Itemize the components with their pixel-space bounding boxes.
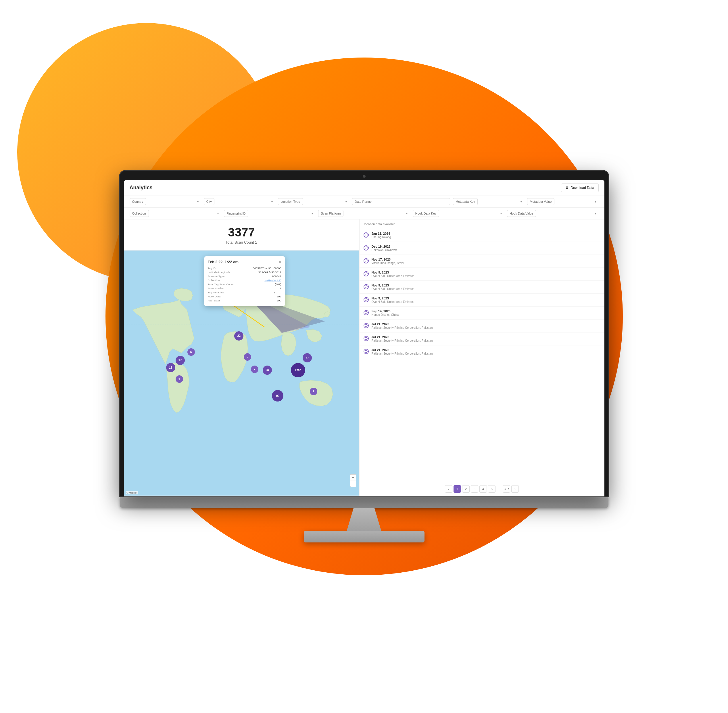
check-icon-1 [365, 246, 368, 249]
svg-point-14 [365, 324, 367, 327]
metadata-key-filter-wrapper: Metadata Key [453, 198, 524, 205]
filter-row-1: Country City Location Type Metadata [124, 196, 604, 208]
zoom-out-button[interactable]: − [350, 480, 356, 487]
timeline-date-7: Jul 21, 2023 [372, 322, 600, 326]
monitor-stand-base [304, 531, 424, 543]
timeline-location-8: Pakistan Security Printing Corporation, … [372, 339, 600, 342]
main-content: 3377 Total Scan Count Σ [124, 219, 604, 495]
svg-point-16 [365, 350, 367, 353]
timeline-date-0: Jan 11, 2024 [372, 232, 600, 235]
timeline-check-8 [363, 336, 369, 341]
fingerprint-filter-wrapper: Fingerprint ID [224, 210, 315, 217]
cluster-c4[interactable]: 1 [176, 375, 183, 383]
popup-key-5: Scan Number [208, 287, 225, 290]
monitor-bezel: Analytics ⬇ Download Data Country City [120, 171, 609, 497]
popup-key-1: Latitude/Longitude [208, 271, 230, 274]
metadata-key-filter[interactable]: Metadata Key [453, 198, 478, 205]
popup-key-7: Hook Data [208, 295, 221, 298]
scan-count-box: 3377 Total Scan Count Σ [124, 219, 359, 251]
location-type-filter-wrapper: Location Type [278, 198, 349, 205]
pagination-page-5[interactable]: 5 [488, 485, 496, 493]
date-range-filter[interactable] [352, 198, 450, 205]
timeline-info-6: Sep 14, 2023 Nanao District, China [372, 309, 600, 316]
timeline-location-5: Oye-N Balu United Arab Emirates [372, 300, 600, 303]
popup-key-3: Collection [208, 279, 220, 282]
timeline-date-9: Jul 21, 2023 [372, 348, 600, 352]
popup-key-2: Scanner Type [208, 274, 225, 278]
country-filter-wrapper: Country [130, 198, 201, 205]
list-item: Dec 19, 2023 Unknown, Unknown [360, 242, 604, 255]
popup-key-4: Total Tag Scan Count [208, 283, 234, 286]
country-filter[interactable]: Country [130, 198, 146, 205]
timeline-date-6: Sep 14, 2023 [372, 309, 600, 313]
timeline-location-6: Nanao District, China [372, 313, 600, 316]
timeline-info-4: Nov 9, 2023 Oye-N Balu United Arab Emira… [372, 283, 600, 291]
hook-data-key-filter-wrapper: Hook Data Key [413, 210, 504, 217]
cluster-c2[interactable]: 17 [176, 356, 185, 365]
pagination-ellipsis: ... [497, 487, 502, 491]
metadata-value-filter[interactable]: Metadata Value [527, 198, 554, 205]
timeline-check-2 [363, 258, 369, 264]
popup-row-0: Tag ID 00357B7bad93...00000 [208, 267, 281, 270]
list-item: Nov 9, 2023 Oye-N Balu United Arab Emira… [360, 281, 604, 294]
timeline-info-9: Jul 21, 2023 Pakistan Security Printing … [372, 348, 600, 355]
hook-data-key-filter[interactable]: Hook Data Key [413, 210, 439, 217]
timeline-date-1: Dec 19, 2023 [372, 245, 600, 248]
collection-filter[interactable]: Collection [130, 210, 149, 217]
timeline-check-0 [363, 233, 369, 237]
popup-key-0: Tag ID [208, 267, 216, 270]
camera-dot [363, 175, 366, 178]
popup-val-0: 00357B7bad93...00000 [253, 267, 281, 270]
scan-platform-filter-wrapper: Scan Platform [318, 210, 409, 217]
timeline-date-3: Nov 9, 2023 [372, 271, 600, 274]
pagination-page-last[interactable]: 337 [503, 485, 510, 493]
map-zoom-controls: + − [350, 474, 356, 487]
cluster-c12[interactable]: 1 [310, 388, 317, 395]
pagination-next[interactable]: › [511, 485, 519, 493]
download-button[interactable]: ⬇ Download Data [561, 183, 598, 192]
cluster-c8[interactable]: 28 [263, 365, 272, 375]
popup-close-button[interactable]: × [279, 260, 281, 264]
pagination-page-2[interactable]: 2 [462, 485, 470, 493]
app-header: Analytics ⬇ Download Data [124, 180, 604, 196]
timeline-location-3: Oye-N Balu United Arab Emirates [372, 274, 600, 277]
zoom-in-button[interactable]: + [350, 474, 356, 480]
map-credit: © Mapbox [126, 491, 138, 494]
map-container[interactable]: 15 17 6 1 22 [124, 251, 359, 495]
svg-point-10 [365, 273, 367, 275]
download-label: Download Data [570, 186, 594, 190]
cluster-c3[interactable]: 6 [188, 348, 195, 356]
timeline-check-4 [363, 284, 369, 289]
timeline-check-6 [363, 310, 369, 315]
popup-row-3: Collection no Product ID [208, 279, 281, 282]
popup-key-6: Tag Metadata [208, 291, 225, 294]
pagination-page-4[interactable]: 4 [479, 485, 487, 493]
check-icon-5 [365, 298, 368, 301]
popup-row-6: Tag Metadata 1 ... ... [208, 291, 281, 294]
pagination-prev[interactable]: ‹ [445, 485, 453, 493]
check-icon-2 [365, 260, 368, 262]
city-filter[interactable]: City [204, 198, 214, 205]
right-panel: location data available Jan 11, 2024 She… [360, 219, 604, 495]
check-icon-4 [365, 285, 368, 288]
cluster-c7[interactable]: 7 [251, 365, 258, 373]
svg-point-12 [365, 298, 367, 301]
list-item: Nov 17, 2023 Vitória Indo Range, Brazil [360, 255, 604, 268]
popup-val-3[interactable]: no Product ID [264, 279, 281, 282]
city-filter-wrapper: City [204, 198, 275, 205]
hook-data-value-filter[interactable]: Hook Data Value [507, 210, 536, 217]
popup-row-7: Hook Data 999 [208, 295, 281, 298]
no-location-message: location data available [360, 219, 604, 229]
popup-row-5: Scan Number 1 [208, 287, 281, 290]
cluster-c5[interactable]: 22 [234, 331, 243, 340]
timeline-check-3 [363, 271, 369, 276]
timeline-date-4: Nov 9, 2023 [372, 283, 600, 287]
pagination-page-3[interactable]: 3 [471, 485, 478, 493]
scan-platform-filter[interactable]: Scan Platform [318, 210, 344, 217]
timeline-location-0: Sheung Kwong [372, 236, 600, 239]
fingerprint-filter[interactable]: Fingerprint ID [224, 210, 248, 217]
pagination-page-1[interactable]: 1 [454, 485, 461, 493]
list-item: Nov 9, 2023 Oye-N Balu United Arab Emira… [360, 268, 604, 281]
location-type-filter[interactable]: Location Type [278, 198, 303, 205]
timeline-info-1: Dec 19, 2023 Unknown, Unknown [372, 245, 600, 252]
